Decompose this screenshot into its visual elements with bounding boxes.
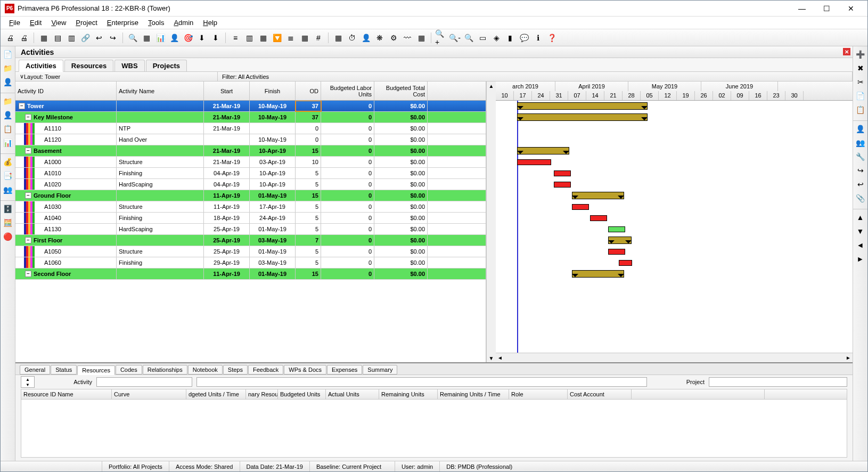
detail-tab-resources[interactable]: Resources <box>77 365 115 375</box>
toolbar-button[interactable]: 〰 <box>401 31 414 44</box>
detail-spinner[interactable]: ▲▼ <box>21 376 35 388</box>
scroll-up-icon[interactable]: ▲ <box>487 82 496 90</box>
toolbar-button[interactable]: 🔍 <box>462 31 475 44</box>
scroll-right-icon[interactable]: ► <box>844 353 853 362</box>
toolbar-button[interactable]: ❋ <box>373 31 386 44</box>
gantt-bar[interactable] <box>517 113 648 121</box>
detail-tab-status[interactable]: Status <box>51 365 77 375</box>
menu-tools[interactable]: Tools <box>144 18 168 28</box>
col-finish[interactable]: Finish <box>250 82 296 100</box>
tab-resources[interactable]: Resources <box>64 60 113 71</box>
detail-col[interactable]: Remaining Units <box>379 389 438 399</box>
toolbar-button[interactable]: 🖨 <box>18 31 30 44</box>
toolbar-button[interactable]: ◈ <box>490 31 503 44</box>
toolbar-button[interactable]: ≡ <box>229 31 242 44</box>
detail-col[interactable]: Cost Account <box>568 389 632 399</box>
right-icon[interactable]: ► <box>855 253 866 265</box>
grid-row[interactable]: A1060Finishing29-Apr-1903-May-1950$0.00 <box>15 257 486 268</box>
resource-icon[interactable]: 👤 <box>855 123 866 135</box>
detail-tab-notebook[interactable]: Notebook <box>188 365 223 375</box>
gantt-bar[interactable] <box>517 159 551 165</box>
gantt-body[interactable] <box>496 101 853 353</box>
grid-row[interactable]: A1110NTP21-Mar-1900$0.00 <box>15 123 486 134</box>
toolbar-button[interactable]: 🔗 <box>79 31 92 44</box>
panel-close-icon[interactable]: ✕ <box>843 48 850 55</box>
gantt-bar[interactable] <box>619 260 632 266</box>
detail-col[interactable]: Role <box>509 389 568 399</box>
grid-row[interactable]: −Basement21-Mar-1910-Apr-19150$0.00 <box>15 145 486 157</box>
tab-projects[interactable]: Projects <box>146 60 187 71</box>
expand-icon[interactable]: − <box>19 103 25 109</box>
menu-enterprise[interactable]: Enterprise <box>103 18 143 28</box>
budget-icon[interactable]: 💰 <box>2 156 14 168</box>
grid-row[interactable]: A1010Finishing04-Apr-1910-Apr-1950$0.00 <box>15 168 486 179</box>
tab-activities[interactable]: Activities <box>19 60 63 72</box>
col-btc[interactable]: Budgeted Total Cost <box>374 82 428 100</box>
detail-tab-feedback[interactable]: Feedback <box>248 365 283 375</box>
detail-tab-expenses[interactable]: Expenses <box>327 365 362 375</box>
project-field[interactable] <box>709 377 847 387</box>
paste-icon[interactable]: 📋 <box>855 104 866 116</box>
scroll-down-icon[interactable]: ▼ <box>487 354 496 362</box>
grid-row[interactable]: −Tower21-Mar-1910-May-19370$0.00 <box>15 101 486 112</box>
toolbar-button[interactable]: 📊 <box>154 31 167 44</box>
toolbar-button[interactable]: ⬇ <box>209 31 222 44</box>
down-icon[interactable]: ▼ <box>855 225 866 237</box>
gantt-bar[interactable] <box>572 192 624 199</box>
grid-row[interactable]: A1000Structure21-Mar-1903-Apr-19100$0.00 <box>15 157 486 168</box>
col-activity-name[interactable]: Activity Name <box>117 82 204 100</box>
col-od[interactable]: OD <box>296 82 321 100</box>
doc-icon[interactable]: 📄 <box>2 48 14 60</box>
toolbar-button[interactable]: 👤 <box>359 31 372 44</box>
grid-row[interactable]: −Ground Floor11-Apr-1901-May-19150$0.00 <box>15 190 486 201</box>
calc-icon[interactable]: 🧮 <box>2 217 14 229</box>
grid-row[interactable]: −Second Floor11-Apr-1901-May-19150$0.00 <box>15 268 486 280</box>
chart-icon[interactable]: 📊 <box>2 137 14 149</box>
grid-row[interactable]: A1030Structure11-Apr-1917-Apr-1950$0.00 <box>15 201 486 213</box>
detail-tab-wpsdocs[interactable]: WPs & Docs <box>284 365 326 375</box>
expand-icon[interactable]: − <box>25 148 31 154</box>
activity-name-field[interactable] <box>196 377 647 387</box>
gantt-bar[interactable] <box>517 102 648 110</box>
gantt-bar[interactable] <box>554 170 571 176</box>
menu-admin[interactable]: Admin <box>169 18 198 28</box>
step-icon[interactable]: 📎 <box>855 192 866 204</box>
copy-icon[interactable]: 📄 <box>855 90 866 102</box>
menu-help[interactable]: Help <box>199 18 222 28</box>
menu-file[interactable]: File <box>5 18 24 28</box>
toolbar-button[interactable]: 👤 <box>168 31 181 44</box>
expand-icon[interactable]: − <box>25 237 31 243</box>
toolbar-button[interactable]: ▦ <box>37 31 50 44</box>
gantt-bar[interactable] <box>554 182 571 188</box>
scroll-left-icon[interactable]: ◄ <box>496 353 504 362</box>
detail-col[interactable]: Remaining Units / Time <box>438 389 509 399</box>
toolbar-button[interactable]: 🔍+ <box>435 31 447 44</box>
role-icon[interactable]: 👥 <box>855 137 866 149</box>
col-blu[interactable]: Budgeted Labor Units <box>321 82 374 100</box>
delete-icon[interactable]: ✖ <box>855 62 866 74</box>
gantt-bar[interactable] <box>517 147 569 154</box>
toolbar-button[interactable]: ▥ <box>65 31 78 44</box>
toolbar-button[interactable]: ▤ <box>51 31 64 44</box>
toolbar-button[interactable]: ▥ <box>243 31 256 44</box>
filter-label[interactable]: Filter: All Activities <box>218 72 853 81</box>
flag-icon[interactable]: 🔴 <box>2 231 14 242</box>
person-icon[interactable]: 👤 <box>2 76 14 88</box>
db-icon[interactable]: 🗄️ <box>2 203 14 215</box>
detail-table-body[interactable] <box>21 400 847 458</box>
toolbar-button[interactable]: ↩ <box>93 31 105 44</box>
toolbar-button[interactable]: ⚙ <box>387 31 400 44</box>
close-button[interactable]: ✕ <box>839 1 863 16</box>
up-icon[interactable]: ▲ <box>855 211 866 223</box>
col-activity-id[interactable]: Activity ID <box>15 82 117 100</box>
succ-icon[interactable]: ↩ <box>855 178 866 190</box>
detail-col[interactable]: nary Resou <box>246 389 278 399</box>
detail-tab-steps[interactable]: Steps <box>223 365 248 375</box>
detail-col[interactable]: dgeted Units / Time <box>186 389 246 399</box>
scrollbar-horizontal[interactable]: ◄ ► <box>496 353 853 362</box>
expand-icon[interactable]: − <box>25 114 31 120</box>
col-start[interactable]: Start <box>204 82 250 100</box>
maximize-button[interactable]: ☐ <box>814 1 839 16</box>
grid-row[interactable]: A1040Finishing18-Apr-1924-Apr-1950$0.00 <box>15 213 486 224</box>
scrollbar-vertical[interactable]: ▲ ▼ <box>486 82 496 362</box>
